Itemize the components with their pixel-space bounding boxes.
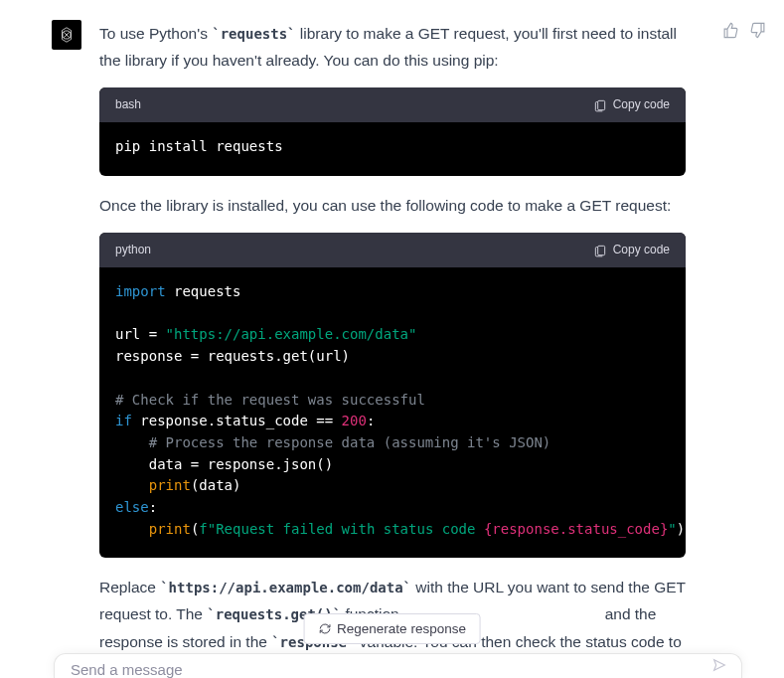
code-block-python: python Copy code import requests url = "… — [99, 233, 686, 558]
clipboard-icon — [593, 244, 607, 257]
send-icon[interactable] — [711, 657, 727, 676]
intro-paragraph: To use Python's `requests` library to ma… — [99, 20, 686, 74]
regenerate-button[interactable]: Regenerate response — [303, 613, 481, 644]
svg-rect-2 — [597, 246, 604, 254]
code-lang-label: bash — [115, 94, 141, 115]
svg-rect-1 — [597, 100, 604, 109]
thumbs-up-icon[interactable] — [722, 22, 739, 43]
clipboard-icon — [593, 98, 607, 112]
assistant-message: To use Python's `requests` library to ma… — [0, 0, 784, 678]
composer-placeholder: Send a message — [71, 661, 183, 678]
copy-code-button[interactable]: Copy code — [593, 240, 670, 260]
assistant-avatar — [52, 20, 81, 50]
inline-code-requests: `requests` — [212, 26, 295, 42]
thumbs-down-icon[interactable] — [749, 22, 766, 43]
code-lang-label: python — [115, 240, 151, 260]
message-content: To use Python's `requests` library to ma… — [99, 20, 686, 678]
code-content: import requests url = "https://api.examp… — [99, 267, 686, 558]
copy-code-button[interactable]: Copy code — [593, 94, 670, 115]
message-input[interactable]: Send a message — [54, 653, 742, 678]
code-content: pip install requests — [99, 122, 686, 176]
inline-code-url: `https://api.example.com/data` — [160, 580, 411, 595]
refresh-icon — [318, 622, 331, 635]
after-install-paragraph: Once the library is installed, you can u… — [99, 192, 686, 219]
code-block-bash: bash Copy code pip install requests — [99, 87, 686, 176]
